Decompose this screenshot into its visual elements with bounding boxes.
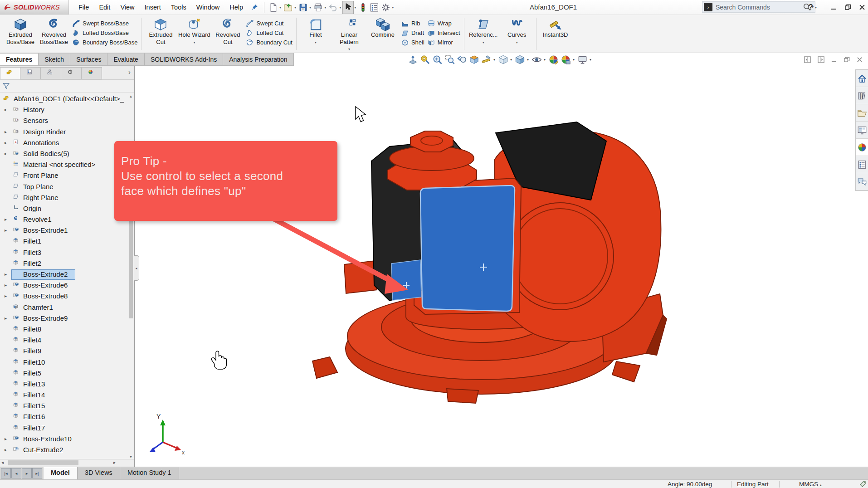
featuremanager-tab[interactable]: [0, 67, 20, 79]
previous-view-button[interactable]: [456, 54, 468, 65]
view-palette-tab[interactable]: [856, 122, 868, 139]
menu-edit[interactable]: Edit: [94, 0, 115, 14]
panel-splitter-handle[interactable]: ◂: [134, 255, 139, 281]
measure-button[interactable]: [419, 54, 431, 65]
print-button[interactable]: [312, 1, 324, 14]
minimize-button[interactable]: [831, 4, 837, 10]
tree-item-chamfer1[interactable]: Chamfer1: [0, 303, 134, 313]
solidworks-resources-tab[interactable]: [856, 70, 868, 87]
dynamic-annotation-views-button[interactable]: [481, 54, 492, 65]
search-commands-box[interactable]: › ▾: [702, 1, 815, 13]
linear-pattern-button[interactable]: Linear Pattern▾: [332, 16, 366, 53]
feature-tree-filter[interactable]: [0, 80, 134, 93]
tree-item-fillet3[interactable]: Fillet3: [0, 248, 134, 259]
first-tab-button[interactable]: |◂: [1, 468, 11, 478]
tree-item-boss-extrude8[interactable]: ▸Boss-Extrude8: [0, 291, 134, 302]
menu-view[interactable]: View: [115, 0, 139, 14]
help-icon[interactable]: ?: [809, 3, 813, 12]
mirror-button[interactable]: Mirror: [426, 38, 462, 47]
scroll-left-arrow[interactable]: ◂: [1, 460, 4, 465]
previous-tab-button[interactable]: ◂: [11, 468, 21, 478]
display-style-flyout-arrow[interactable]: ▾: [527, 58, 529, 62]
tree-root-item[interactable]: Abfan16_DOF1 (Default<<Default>_: [0, 94, 134, 105]
draft-button[interactable]: Draft: [400, 28, 426, 38]
pin-menu-icon[interactable]: [251, 4, 258, 11]
intersect-button[interactable]: Intersect: [426, 28, 462, 38]
search-commands-input[interactable]: [715, 3, 803, 11]
tree-horizontal-scrollbar[interactable]: ◂ ▸: [0, 459, 134, 467]
view-settings-flyout-arrow[interactable]: ▾: [590, 58, 591, 62]
tab-analysis-preparation[interactable]: Analysis Preparation: [223, 53, 293, 65]
tab-3d-views[interactable]: 3D Views: [78, 467, 120, 479]
new-document-button[interactable]: [268, 1, 279, 14]
command-list-button[interactable]: [369, 1, 380, 14]
reference-geometry-flyout-arrow[interactable]: ▾: [483, 39, 484, 46]
expand-arrow[interactable]: ▸: [5, 293, 7, 298]
tab-solidworks-add-ins[interactable]: SOLIDWORKS Add-Ins: [145, 53, 223, 65]
reference-geometry-button[interactable]: Referenc...▾: [467, 16, 500, 46]
apply-scene-flyout-arrow[interactable]: ▾: [573, 58, 575, 62]
undo-caret[interactable]: ▾: [339, 5, 341, 10]
tree-item-fillet14[interactable]: Fillet14: [0, 390, 134, 401]
new-document-caret[interactable]: ▾: [279, 5, 281, 10]
hide-show-items-button[interactable]: [531, 54, 542, 65]
save-caret[interactable]: ▾: [309, 5, 311, 10]
expand-arrow[interactable]: ▸: [5, 151, 7, 156]
boundary-boss-base-button[interactable]: Boundary Boss/Base: [71, 38, 139, 47]
scroll-up-arrow[interactable]: ▴: [128, 94, 134, 98]
tree-item-design-binder[interactable]: ▸Design Binder: [0, 127, 134, 138]
extruded-boss-base-button[interactable]: Extruded Boss/Base: [4, 16, 37, 45]
units-selector[interactable]: MMGS ▴: [799, 481, 822, 488]
tree-item-fillet2[interactable]: Fillet2: [0, 259, 134, 269]
doc-minimize-button[interactable]: [831, 57, 837, 63]
tab-evaluate[interactable]: Evaluate: [107, 53, 144, 65]
select-caret[interactable]: ▾: [354, 5, 356, 10]
performance-evaluation-button[interactable]: [357, 1, 369, 14]
combine-button[interactable]: Combine: [366, 16, 400, 39]
design-library-tab[interactable]: [856, 87, 868, 104]
dimxpertmanager-tab[interactable]: [61, 67, 82, 79]
3d-drag-button[interactable]: [407, 54, 419, 65]
revolved-cut-button[interactable]: Revolved Cut: [211, 16, 244, 45]
solidworks-forum-tab[interactable]: [856, 173, 868, 190]
expand-arrow[interactable]: ▸: [5, 316, 7, 321]
fillet-flyout-arrow[interactable]: ▾: [315, 39, 317, 46]
tree-item-fillet8[interactable]: Fillet8: [0, 324, 134, 335]
next-tab-button[interactable]: ▸: [22, 468, 32, 478]
tree-item-fillet13[interactable]: Fillet13: [0, 379, 134, 390]
options-gear-button[interactable]: [380, 1, 391, 14]
tab-sketch[interactable]: Sketch: [39, 53, 70, 65]
last-tab-button[interactable]: ▸|: [32, 468, 42, 478]
linear-pattern-flyout-arrow[interactable]: ▾: [348, 46, 350, 53]
tree-item-fillet5[interactable]: Fillet5: [0, 368, 134, 379]
view-settings-button[interactable]: [577, 54, 588, 65]
tab-model[interactable]: Model: [44, 467, 78, 479]
extruded-cut-button[interactable]: Extruded Cut: [144, 16, 177, 45]
menu-file[interactable]: File: [73, 0, 94, 14]
configurationmanager-tab[interactable]: [41, 67, 61, 79]
tree-item-fillet1[interactable]: Fillet1: [0, 236, 134, 247]
menu-window[interactable]: Window: [191, 0, 225, 14]
expand-arrow[interactable]: ▸: [5, 283, 7, 288]
tree-item-fillet17[interactable]: Fillet17: [0, 423, 134, 434]
scroll-right-arrow[interactable]: ▸: [113, 460, 116, 465]
help-caret[interactable]: ▾: [815, 5, 817, 10]
boundary-cut-button[interactable]: Boundary Cut: [244, 38, 294, 47]
rib-button[interactable]: Rib: [400, 19, 426, 28]
save-button[interactable]: [297, 1, 309, 14]
tree-item-boss-extrude1[interactable]: ▸Boss-Extrude1: [0, 225, 134, 236]
options-gear-caret[interactable]: ▾: [392, 5, 394, 10]
lofted-cut-button[interactable]: Lofted Cut: [244, 28, 294, 38]
display-style-button[interactable]: [514, 54, 526, 65]
tree-item-sensors[interactable]: Sensors: [0, 116, 134, 127]
graphics-viewport[interactable]: Y x: [135, 66, 868, 467]
tree-item-fillet16[interactable]: Fillet16: [0, 412, 134, 423]
displaymanager-tab[interactable]: [82, 67, 102, 79]
swept-boss-base-button[interactable]: Swept Boss/Base: [71, 19, 139, 28]
tag-icon[interactable]: [859, 481, 866, 488]
edit-appearance-button[interactable]: [548, 54, 559, 65]
expand-arrow[interactable]: ▸: [5, 228, 7, 233]
hole-wizard-flyout-arrow[interactable]: ▾: [193, 39, 195, 46]
custom-properties-tab[interactable]: [856, 156, 868, 173]
scroll-down-arrow[interactable]: ▾: [128, 454, 134, 459]
